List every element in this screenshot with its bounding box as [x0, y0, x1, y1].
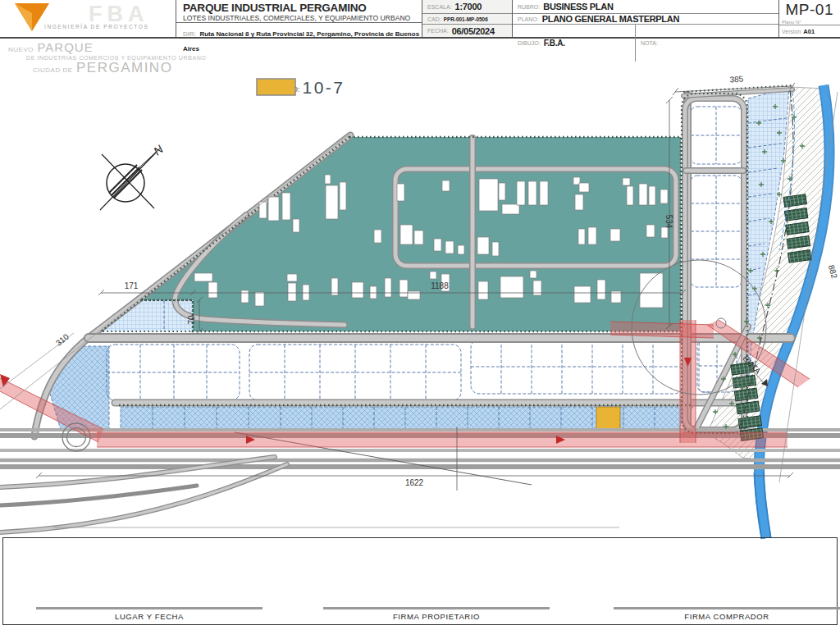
- sheet-number: MP-01: [779, 1, 840, 19]
- sheet-label: Plano N°: [782, 20, 801, 25]
- masterplan-drawing: 385 534 882 171 1188 70 310 1622 RUTA N: [0, 0, 840, 630]
- signature-line: [36, 607, 262, 609]
- watermark-line3-small: CIUDAD DE: [33, 66, 73, 74]
- lot-color-swatch: [256, 78, 297, 97]
- signature-line: [323, 607, 550, 609]
- dimension-1622: 1622: [405, 478, 424, 487]
- plan-meta-cell: RUBRO: BUSINESS PLAN PLANO: PLANO GENERA…: [513, 0, 779, 37]
- signature-line: [614, 607, 840, 609]
- fecha-value: 06/05/2024: [452, 26, 495, 36]
- company-logo-icon: [13, 2, 54, 36]
- lot-legend: LOTE NRO: 10-7: [256, 78, 345, 96]
- fecha-label: FECHA:: [427, 28, 449, 34]
- dimension-1188: 1188: [431, 281, 449, 290]
- dimension-171: 171: [125, 281, 139, 290]
- dimension-882: 882: [827, 264, 839, 280]
- dibujo-label: DIBUJO:: [518, 40, 541, 46]
- buyer-label: FIRMA COMPRADOR: [614, 612, 840, 621]
- sheet-number-cell: MP-01 Plano N° Version A01: [779, 0, 840, 37]
- owner-label: FIRMA PROPIETARIO: [323, 612, 550, 621]
- dir-label: DIR:: [183, 30, 196, 38]
- highlighted-lot-10-7: [596, 407, 620, 430]
- title-block: FBA INGENIERÍA DE PROYECTOS PARQUE INDUS…: [0, 0, 840, 39]
- dibujo-value: F.B.A.: [544, 39, 565, 48]
- project-watermark: NUEVO PARQUE DE INDUSTRIAS COMERCIOS Y E…: [8, 41, 206, 75]
- project-title: PARQUE INDUSTRIAL PERGAMINO: [183, 2, 422, 14]
- dimension-310: 310: [54, 332, 71, 348]
- version-value: A01: [803, 28, 815, 35]
- watermark-line1-small: NUEVO: [8, 46, 34, 53]
- river-lower: [759, 472, 766, 538]
- logo-cell: FBA INGENIERÍA DE PROYECTOS: [0, 0, 176, 37]
- rubro-value: BUSINESS PLAN: [543, 2, 613, 11]
- escala-value: 1:7000: [455, 2, 482, 11]
- project-title-cell: PARQUE INDUSTRIAL PERGAMINO LOTES INDUST…: [176, 0, 422, 37]
- legend-lot-number: 10-7: [303, 78, 345, 98]
- plan-sheet: 385 534 882 171 1188 70 310 1622 RUTA N: [0, 0, 840, 630]
- compass-rose: N: [100, 142, 167, 210]
- version-label: Version: [782, 29, 801, 34]
- rubro-label: RUBRO:: [518, 4, 540, 10]
- signature-buyer: FIRMA COMPRADOR: [614, 607, 840, 621]
- plano-value: PLANO GENERAL MASTERPLAN: [542, 14, 679, 24]
- cad-label: CAD:: [427, 16, 441, 22]
- watermark-line1-big: PARQUE: [37, 40, 93, 54]
- escala-label: ESCALA:: [427, 4, 452, 10]
- nota-label: NOTA:: [641, 40, 658, 46]
- signature-box: LUGAR Y FECHA FIRMA PROPIETARIO FIRMA CO…: [2, 537, 838, 625]
- scale-meta-cell: ESCALA: 1:7000 CAD: PPR-001-MP-0506 FECH…: [422, 0, 513, 37]
- watermark-line3-big: PERGAMINO: [76, 60, 172, 75]
- dimension-534: 534: [664, 215, 673, 229]
- place-date-label: LUGAR Y FECHA: [36, 612, 262, 621]
- signature-owner: FIRMA PROPIETARIO: [323, 607, 550, 621]
- signature-place-date: LUGAR Y FECHA: [36, 607, 262, 621]
- cad-value: PPR-001-MP-0506: [444, 16, 488, 22]
- logo-subtitle: INGENIERÍA DE PROYECTOS: [44, 24, 148, 30]
- dimension-385: 385: [729, 75, 744, 84]
- plano-label: PLANO:: [518, 16, 539, 22]
- dimension-70: 70: [187, 315, 196, 325]
- project-subtitle: LOTES INDUSTRIALES, COMERCIALES, Y EQUIP…: [183, 14, 422, 22]
